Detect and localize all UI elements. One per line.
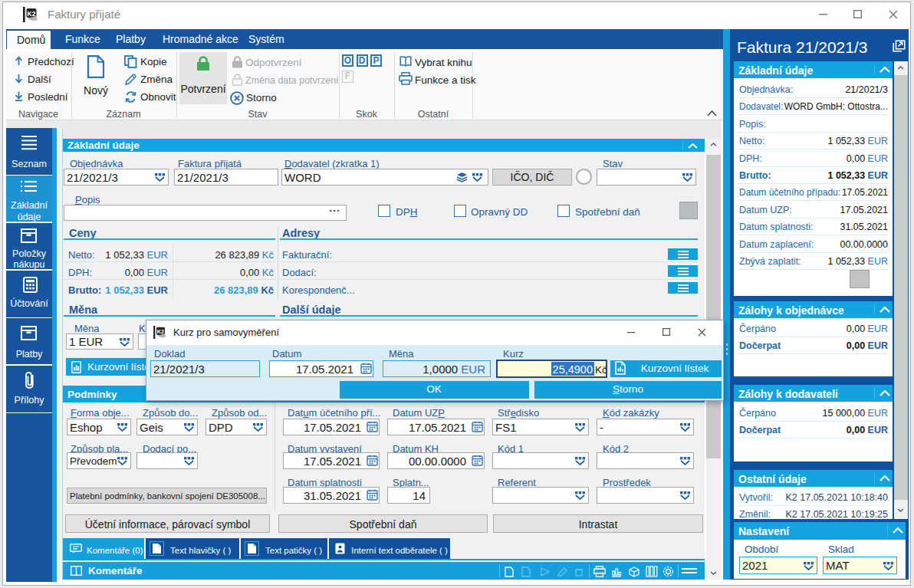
svg-text:K2: K2 xyxy=(157,328,164,335)
svg-text:K2: K2 xyxy=(28,10,36,18)
